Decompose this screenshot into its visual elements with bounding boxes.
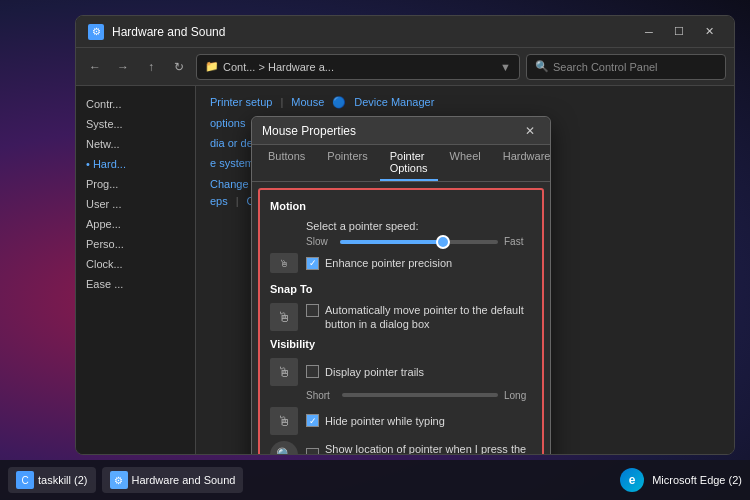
window-title: Hardware and Sound <box>112 25 636 39</box>
address-icon: 📁 <box>205 60 219 73</box>
edge-label: Microsoft Edge (2) <box>652 474 742 486</box>
dialog-title-text: Mouse Properties <box>262 124 520 138</box>
motion-icon: 🖱 <box>270 253 298 273</box>
tab-pointer-options[interactable]: Pointer Options <box>380 145 438 181</box>
minimize-button[interactable]: ─ <box>636 22 662 42</box>
address-input[interactable]: 📁 Cont... > Hardware a... ▼ <box>196 54 520 80</box>
content-area: Contr... Syste... Netw... Hard... Prog..… <box>76 86 734 455</box>
close-button[interactable]: ✕ <box>696 22 722 42</box>
speed-slider-fill <box>340 240 443 244</box>
show-location-checkbox[interactable] <box>306 448 319 455</box>
hide-pointer-label: Hide pointer while typing <box>325 415 445 427</box>
short-label: Short <box>306 390 336 401</box>
sidebar: Contr... Syste... Netw... Hard... Prog..… <box>76 86 196 455</box>
link-mouse[interactable]: Mouse <box>291 96 324 109</box>
window-icon: ⚙ <box>88 24 104 40</box>
sidebar-item-network[interactable]: Netw... <box>76 134 195 154</box>
fast-label: Fast <box>504 236 532 247</box>
address-text: Cont... > Hardware a... <box>223 61 334 73</box>
dialog-tabs: Buttons Pointers Pointer Options Wheel H… <box>252 145 550 182</box>
edge-icon[interactable]: e <box>620 468 644 492</box>
enhance-precision-checkbox[interactable]: ✓ <box>306 257 319 270</box>
maximize-button[interactable]: ☐ <box>666 22 692 42</box>
visibility-icon: 🖱 <box>270 358 298 386</box>
tab-wheel[interactable]: Wheel <box>440 145 491 181</box>
trails-slider-row: Short Long <box>306 390 532 401</box>
taskbar-item-taskkill[interactable]: C taskkill (2) <box>8 467 96 493</box>
taskkill-label: taskkill (2) <box>38 474 88 486</box>
hide-pointer-icon: 🖱 <box>270 407 298 435</box>
title-bar-controls: ─ ☐ ✕ <box>636 22 722 42</box>
link-device-manager[interactable]: Device Manager <box>354 96 434 109</box>
link-eps[interactable]: eps <box>210 195 228 207</box>
speed-slider-row: Slow Fast <box>306 236 532 247</box>
up-button[interactable]: ↑ <box>140 56 162 78</box>
refresh-button[interactable]: ↻ <box>168 56 190 78</box>
speed-slider-thumb[interactable] <box>436 235 450 249</box>
trails-checkbox[interactable] <box>306 365 319 378</box>
taskbar-item-hardware[interactable]: ⚙ Hardware and Sound <box>102 467 244 493</box>
hardware-label: Hardware and Sound <box>132 474 236 486</box>
visibility-section-header: Visibility <box>270 338 532 350</box>
dialog-close-button[interactable]: ✕ <box>520 122 540 140</box>
long-label: Long <box>504 390 532 401</box>
taskbar-left: C taskkill (2) ⚙ Hardware and Sound <box>8 467 243 493</box>
snap-to-label: Automatically move pointer to the defaul… <box>325 303 532 332</box>
trails-row: Display pointer trails <box>306 365 424 378</box>
sidebar-item-appearance[interactable]: Appe... <box>76 214 195 234</box>
trails-slider-track[interactable] <box>342 393 498 397</box>
snap-to-checkbox[interactable] <box>306 304 319 317</box>
motion-section-header: Motion <box>270 200 532 212</box>
slow-label: Slow <box>306 236 334 247</box>
hide-pointer-checkbox[interactable]: ✓ <box>306 414 319 427</box>
sidebar-item-user[interactable]: User ... <box>76 194 195 214</box>
tab-pointers[interactable]: Pointers <box>317 145 377 181</box>
link-options[interactable]: options <box>210 117 245 129</box>
dialog-title-bar: Mouse Properties ✕ <box>252 117 550 145</box>
section-links-1: Printer setup | Mouse 🔵 Device Manager <box>210 96 720 109</box>
section-group-1: Printer setup | Mouse 🔵 Device Manager <box>210 96 720 109</box>
link-printer-setup[interactable]: Printer setup <box>210 96 272 109</box>
search-box[interactable]: 🔍 Search Control Panel <box>526 54 726 80</box>
forward-button[interactable]: → <box>112 56 134 78</box>
taskkill-icon: C <box>16 471 34 489</box>
snap-to-section-header: Snap To <box>270 283 532 295</box>
sidebar-item-hardware[interactable]: Hard... <box>76 154 195 174</box>
search-icon: 🔍 <box>535 60 549 73</box>
taskbar: C taskkill (2) ⚙ Hardware and Sound e Mi… <box>0 460 750 500</box>
sidebar-item-personalization[interactable]: Perso... <box>76 234 195 254</box>
enhance-precision-row: ✓ Enhance pointer precision <box>306 257 452 270</box>
enhance-precision-label: Enhance pointer precision <box>325 257 452 269</box>
show-location-row: Show location of pointer when I press th… <box>306 443 532 455</box>
speed-label: Select a pointer speed: <box>306 220 532 232</box>
address-dropdown-icon: ▼ <box>500 61 511 73</box>
tab-hardware[interactable]: Hardware <box>493 145 561 181</box>
show-location-label: Show location of pointer when I press th… <box>325 443 532 455</box>
main-window: ⚙ Hardware and Sound ─ ☐ ✕ ← → ↑ ↻ 📁 Con… <box>75 15 735 455</box>
search-placeholder: Search Control Panel <box>553 61 658 73</box>
trails-label: Display pointer trails <box>325 366 424 378</box>
taskbar-right: e Microsoft Edge (2) <box>620 468 742 492</box>
speed-slider-track[interactable] <box>340 240 498 244</box>
hardware-icon: ⚙ <box>110 471 128 489</box>
main-content: Printer setup | Mouse 🔵 Device Manager o… <box>196 86 734 455</box>
dialog-body: Motion Select a pointer speed: Slow Fast <box>258 188 544 455</box>
sidebar-item-clock[interactable]: Clock... <box>76 254 195 274</box>
show-location-icon: 🔍 <box>270 441 298 455</box>
snap-to-row: 🖱 Automatically move pointer to the defa… <box>270 303 532 332</box>
sidebar-item-programs[interactable]: Prog... <box>76 174 195 194</box>
address-bar: ← → ↑ ↻ 📁 Cont... > Hardware a... ▼ 🔍 Se… <box>76 48 734 86</box>
sidebar-item-ease[interactable]: Ease ... <box>76 274 195 294</box>
back-button[interactable]: ← <box>84 56 106 78</box>
snap-to-icon: 🖱 <box>270 303 298 331</box>
mouse-properties-dialog: Mouse Properties ✕ Buttons Pointers Poin… <box>251 116 551 455</box>
sidebar-item-system[interactable]: Syste... <box>76 114 195 134</box>
title-bar: ⚙ Hardware and Sound ─ ☐ ✕ <box>76 16 734 48</box>
sidebar-item-control[interactable]: Contr... <box>76 94 195 114</box>
tab-buttons[interactable]: Buttons <box>258 145 315 181</box>
hide-pointer-row: ✓ Hide pointer while typing <box>306 414 445 427</box>
